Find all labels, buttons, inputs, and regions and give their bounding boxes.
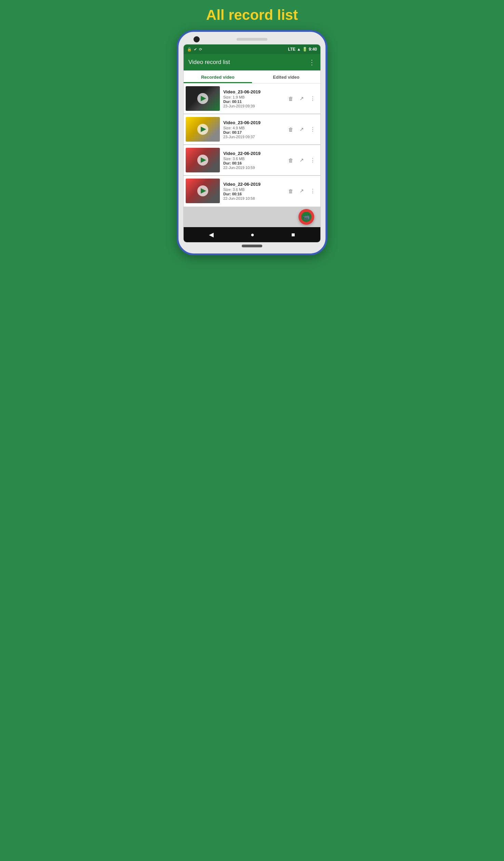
- delete-button[interactable]: 🗑: [286, 156, 295, 165]
- app-bar-title: Video record list: [188, 59, 230, 66]
- page-wrapper: All record list 🔒 ✔ ⟳ LTE ▲ 🔋 9:40: [167, 7, 337, 255]
- video-actions: 🗑 ↗ ⋮: [286, 156, 317, 165]
- status-right: LTE ▲ 🔋 9:40: [288, 47, 317, 52]
- video-duration: Dur: 00:11: [223, 100, 283, 104]
- video-name: Video_22-06-2019: [223, 151, 283, 156]
- video-info: Video_22-06-2019 Size: 3.6 MB Dur: 00:16…: [223, 151, 283, 170]
- speaker: [237, 38, 267, 41]
- play-button[interactable]: [197, 185, 208, 196]
- more-menu-button[interactable]: ⋮: [308, 58, 316, 66]
- video-size: Size: 4.9 MB: [223, 126, 283, 130]
- video-actions: 🗑 ↗ ⋮: [286, 125, 317, 134]
- home-nav-button[interactable]: ●: [251, 231, 254, 238]
- status-bar: 🔒 ✔ ⟳ LTE ▲ 🔋 9:40: [184, 44, 320, 54]
- video-thumbnail[interactable]: [186, 148, 220, 172]
- tabs-bar: Recorded video Edited video: [184, 70, 320, 83]
- camera-icon: [194, 36, 200, 42]
- video-info: Video_22-06-2019 Size: 3.6 MB Dur: 00:16…: [223, 182, 283, 200]
- video-thumbnail[interactable]: [186, 86, 220, 111]
- recent-nav-button[interactable]: ■: [291, 231, 295, 238]
- fab-inner: 📹: [301, 212, 311, 222]
- video-item: Video_22-06-2019 Size: 3.6 MB Dur: 00:16…: [184, 145, 320, 175]
- more-button[interactable]: ⋮: [308, 94, 317, 103]
- status-left-icons: 🔒 ✔ ⟳: [187, 47, 202, 52]
- fab-area: 📹: [184, 207, 320, 227]
- video-size: Size: 3.6 MB: [223, 187, 283, 192]
- video-actions: 🗑 ↗ ⋮: [286, 94, 317, 103]
- more-button[interactable]: ⋮: [308, 186, 317, 195]
- video-info: Video_23-06-2019 Size: 4.9 MB Dur: 00:17…: [223, 120, 283, 139]
- video-name: Video_23-06-2019: [223, 120, 283, 125]
- video-date: 22-Jun-2019 10:58: [223, 196, 283, 200]
- back-nav-button[interactable]: ◀: [209, 231, 214, 238]
- app-bar: Video record list ⋮: [184, 54, 320, 70]
- more-button[interactable]: ⋮: [308, 156, 317, 165]
- check-icon: ✔: [194, 47, 197, 52]
- clock: 9:40: [309, 47, 317, 52]
- nav-bar: ◀ ● ■: [184, 227, 320, 242]
- video-date: 23-Jun-2019 09:39: [223, 104, 283, 108]
- play-button[interactable]: [197, 155, 208, 166]
- video-list: Video_23-06-2019 Size: 1.9 MB Dur: 00:11…: [184, 83, 320, 206]
- signal-icon: ▲: [297, 47, 301, 52]
- video-duration: Dur: 00:16: [223, 161, 283, 165]
- battery-icon: 🔋: [302, 47, 307, 52]
- share-button[interactable]: ↗: [297, 156, 306, 165]
- video-thumbnail[interactable]: [186, 117, 220, 142]
- lock-icon: 🔒: [187, 47, 192, 52]
- video-item: Video_23-06-2019 Size: 1.9 MB Dur: 00:11…: [184, 83, 320, 114]
- video-size: Size: 1.9 MB: [223, 95, 283, 99]
- tab-recorded-video[interactable]: Recorded video: [184, 70, 252, 83]
- play-button[interactable]: [197, 124, 208, 135]
- play-button[interactable]: [197, 93, 208, 104]
- more-button[interactable]: ⋮: [308, 125, 317, 134]
- home-indicator: [242, 245, 262, 247]
- video-size: Size: 3.6 MB: [223, 157, 283, 161]
- video-duration: Dur: 00:17: [223, 130, 283, 134]
- video-item: Video_23-06-2019 Size: 4.9 MB Dur: 00:17…: [184, 114, 320, 144]
- video-date: 23-Jun-2019 09:37: [223, 135, 283, 139]
- sync-icon: ⟳: [199, 47, 202, 52]
- lte-icon: LTE: [288, 47, 295, 52]
- video-info: Video_23-06-2019 Size: 1.9 MB Dur: 00:11…: [223, 89, 283, 108]
- video-item: Video_22-06-2019 Size: 3.6 MB Dur: 00:16…: [184, 176, 320, 206]
- delete-button[interactable]: 🗑: [286, 186, 295, 195]
- video-name: Video_23-06-2019: [223, 89, 283, 94]
- share-button[interactable]: ↗: [297, 125, 306, 134]
- delete-button[interactable]: 🗑: [286, 125, 295, 134]
- delete-button[interactable]: 🗑: [286, 94, 295, 103]
- record-fab-button[interactable]: 📹: [299, 209, 314, 225]
- video-date: 22-Jun-2019 10:59: [223, 166, 283, 170]
- phone-screen: 🔒 ✔ ⟳ LTE ▲ 🔋 9:40 Video record list ⋮: [183, 44, 321, 243]
- video-name: Video_22-06-2019: [223, 182, 283, 187]
- share-button[interactable]: ↗: [297, 94, 306, 103]
- phone-shell: 🔒 ✔ ⟳ LTE ▲ 🔋 9:40 Video record list ⋮: [177, 30, 327, 255]
- video-duration: Dur: 00:16: [223, 192, 283, 196]
- video-actions: 🗑 ↗ ⋮: [286, 186, 317, 195]
- page-title: All record list: [206, 7, 298, 23]
- video-thumbnail[interactable]: [186, 179, 220, 203]
- camera-record-icon: 📹: [303, 214, 310, 220]
- phone-top: [183, 38, 321, 41]
- share-button[interactable]: ↗: [297, 186, 306, 195]
- tab-edited-video[interactable]: Edited video: [252, 70, 320, 83]
